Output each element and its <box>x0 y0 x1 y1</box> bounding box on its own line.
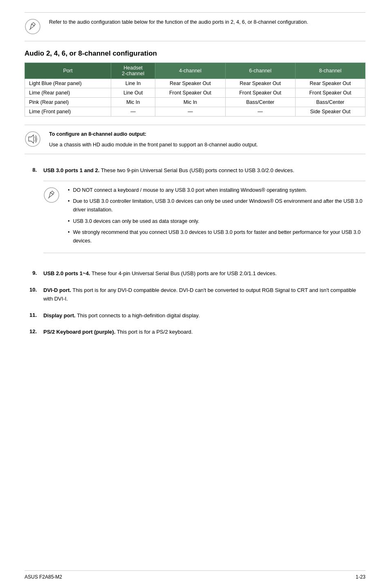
warning-text-3: We strongly recommend that you connect U… <box>73 228 365 246</box>
tip-content: To configure an 8-channel audio output: … <box>49 130 258 149</box>
pen-svg-2 <box>43 187 60 203</box>
svg-point-2 <box>25 132 40 146</box>
cell-4ch-2: Mic In <box>155 98 225 107</box>
col-8ch: 8-channel <box>295 63 365 79</box>
col-4ch: 4-channel <box>155 63 225 79</box>
item-8: 8. USB 3.0 ports 1 and 2. These two 9-pi… <box>25 166 365 261</box>
cell-port-2: Pink (Rear panel) <box>25 98 111 107</box>
cell-8ch-3: Side Speaker Out <box>295 107 365 117</box>
cell-8ch-1: Front Speaker Out <box>295 88 365 98</box>
item-10: 10. DVI-D port. This port is for any DVI… <box>25 286 365 303</box>
cell-6ch-2: Bass/Center <box>225 98 295 107</box>
col-6ch: 6-channel <box>225 63 295 79</box>
cell-headset-1: Line Out <box>111 88 155 98</box>
cell-headset-0: Line In <box>111 79 155 88</box>
audio-config-table: Port Headset2-channel 4-channel 6-channe… <box>25 63 365 117</box>
item-9-number: 9. <box>25 269 37 278</box>
cell-8ch-0: Rear Speaker Out <box>295 79 365 88</box>
cell-4ch-3: — <box>155 107 225 117</box>
item-10-bold: DVI-D port. <box>43 287 71 293</box>
cell-6ch-3: — <box>225 107 295 117</box>
item-8-content: USB 3.0 ports 1 and 2. These two 9-pin U… <box>43 166 365 261</box>
item-11-bold: Display port. <box>43 312 76 319</box>
cell-4ch-0: Rear Speaker Out <box>155 79 225 88</box>
bullet-item: • Due to USB 3.0 controller limitation, … <box>68 197 365 215</box>
table-row: Lime (Rear panel) Line Out Front Speaker… <box>25 88 365 98</box>
item-12-content: PS/2 Keyboard port (purple). This port i… <box>43 328 365 337</box>
speaker-svg <box>25 131 41 147</box>
svg-line-1 <box>29 29 30 30</box>
item-11: 11. Display port. This port connects to … <box>25 312 365 320</box>
warning-text-0: DO NOT connect a keyboard / mouse to any… <box>73 186 307 195</box>
tip-body: Use a chassis with HD audio module in th… <box>49 141 258 149</box>
item-8-number: 8. <box>25 166 37 261</box>
footer-right: 1-23 <box>356 574 365 580</box>
item-8-text: These two 9-pin Universal Serial Bus (US… <box>99 167 294 173</box>
item-11-number: 11. <box>25 312 37 320</box>
note-content: Refer to the audio configuration table b… <box>49 19 308 25</box>
cell-port-0: Light Blue (Rear panel) <box>25 79 111 88</box>
warning-text-1: Due to USB 3.0 controller limitation, US… <box>73 197 365 215</box>
bullet-item: • USB 3.0 devices can only be used as da… <box>68 217 365 226</box>
item-10-content: DVI-D port. This port is for any DVI-D c… <box>43 286 365 303</box>
item-10-number: 10. <box>25 286 37 303</box>
page-footer: ASUS F2A85-M2 1-23 <box>25 570 365 580</box>
svg-point-0 <box>25 19 40 34</box>
item-9-content: USB 2.0 ports 1~4. These four 4-pin Univ… <box>43 269 365 278</box>
item-9: 9. USB 2.0 ports 1~4. These four 4-pin U… <box>25 269 365 278</box>
item-10-text: This port is for any DVI-D compatible de… <box>43 287 356 302</box>
cell-headset-2: Mic In <box>111 98 155 107</box>
cell-4ch-1: Front Speaker Out <box>155 88 225 98</box>
item-11-text: This port connects to a high-definition … <box>76 312 200 319</box>
footer-left: ASUS F2A85-M2 <box>25 574 62 580</box>
bullet-dot: • <box>68 228 69 246</box>
cell-port-1: Lime (Rear panel) <box>25 88 111 98</box>
item-12: 12. PS/2 Keyboard port (purple). This po… <box>25 328 365 337</box>
cell-6ch-1: Front Speaker Out <box>225 88 295 98</box>
table-row: Light Blue (Rear panel) Line In Rear Spe… <box>25 79 365 88</box>
tip-box: To configure an 8-channel audio output: … <box>25 125 365 154</box>
item-12-text: This port is for a PS/2 keyboard. <box>115 329 193 335</box>
bullet-dot: • <box>68 197 69 215</box>
cell-headset-3: — <box>111 107 155 117</box>
bullet-item: • We strongly recommend that you connect… <box>68 228 365 246</box>
note-icon <box>25 18 43 36</box>
item-12-number: 12. <box>25 328 37 337</box>
warning-icon-8 <box>43 186 61 206</box>
table-row: Lime (Front panel) — — — Side Speaker Ou… <box>25 107 365 117</box>
note-box: Refer to the audio configuration table b… <box>25 12 365 41</box>
col-headset: Headset2-channel <box>111 63 155 79</box>
tip-title: To configure an 8-channel audio output: <box>49 130 258 138</box>
table-row: Pink (Rear panel) Mic In Mic In Bass/Cen… <box>25 98 365 107</box>
item-12-bold: PS/2 Keyboard port (purple). <box>43 329 115 335</box>
bullet-item: • DO NOT connect a keyboard / mouse to a… <box>68 186 365 195</box>
cell-port-3: Lime (Front panel) <box>25 107 111 117</box>
pen-svg <box>25 18 41 35</box>
item-11-content: Display port. This port connects to a hi… <box>43 312 365 320</box>
cell-8ch-2: Bass/Center <box>295 98 365 107</box>
item-8-bold: USB 3.0 ports 1 and 2. <box>43 167 99 173</box>
item-9-bold: USB 2.0 ports 1~4. <box>43 270 90 276</box>
warning-text-2: USB 3.0 devices can only be used as data… <box>73 217 199 226</box>
tip-icon <box>25 130 43 148</box>
bullet-dot: • <box>68 217 69 226</box>
warning-list-8: • DO NOT connect a keyboard / mouse to a… <box>68 186 365 248</box>
col-port: Port <box>25 63 111 79</box>
svg-line-4 <box>48 197 49 198</box>
svg-point-3 <box>44 188 59 202</box>
note-text: Refer to the audio configuration table b… <box>49 18 308 26</box>
warning-box-8: • DO NOT connect a keyboard / mouse to a… <box>43 181 365 254</box>
item-9-text: These four 4-pin Universal Serial Bus (U… <box>90 270 277 276</box>
cell-6ch-0: Rear Speaker Out <box>225 79 295 88</box>
section-heading: Audio 2, 4, 6, or 8-channel configuratio… <box>25 49 365 58</box>
bullet-dot: • <box>68 186 69 195</box>
